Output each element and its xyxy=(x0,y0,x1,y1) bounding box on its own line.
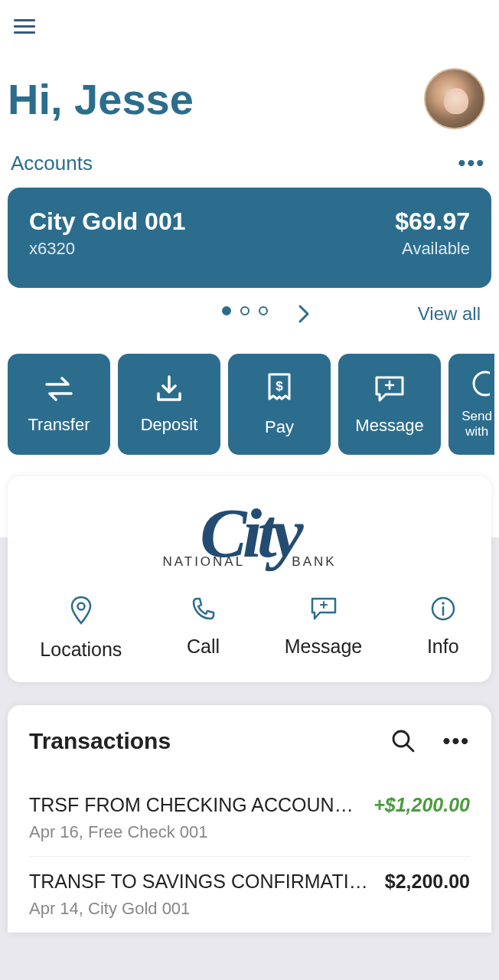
send-with-button[interactable]: Send with xyxy=(448,354,494,455)
transactions-more-icon[interactable]: ••• xyxy=(443,729,470,753)
pay-button[interactable]: $ Pay xyxy=(228,354,331,455)
deposit-button[interactable]: Deposit xyxy=(118,354,220,455)
avatar[interactable] xyxy=(424,68,485,129)
transaction-sub: Apr 16, Free Check 001 xyxy=(29,822,470,842)
pager-next-icon[interactable] xyxy=(297,303,312,325)
deposit-icon xyxy=(152,374,186,404)
transaction-desc: TRANSF TO SAVINGS CONFIRMATIO… xyxy=(29,871,373,893)
message-icon xyxy=(372,373,407,405)
account-masked-number: x6320 xyxy=(29,239,186,259)
pay-icon: $ xyxy=(265,371,294,407)
transfer-label: Transfer xyxy=(28,415,90,435)
deposit-label: Deposit xyxy=(141,415,198,435)
transaction-sub: Apr 14, City Gold 001 xyxy=(29,899,470,919)
locations-button[interactable]: Locations xyxy=(40,596,122,661)
svg-point-4 xyxy=(442,602,445,605)
transfer-icon xyxy=(42,374,76,404)
phone-icon xyxy=(191,596,217,622)
svg-text:$: $ xyxy=(276,379,283,394)
pager-dot-1[interactable] xyxy=(222,306,231,315)
pager-dot-3[interactable] xyxy=(259,306,268,315)
bank-logo: City NATIONAL BANK xyxy=(8,498,491,582)
transactions-card: Transactions ••• TRSF FROM CHECKING ACCO… xyxy=(8,705,491,933)
locations-label: Locations xyxy=(40,639,122,661)
accounts-more-icon[interactable]: ••• xyxy=(458,151,485,175)
svg-point-1 xyxy=(474,372,490,395)
greeting-text: Hi, Jesse xyxy=(8,74,194,124)
svg-point-2 xyxy=(77,603,84,610)
pay-label: Pay xyxy=(265,417,294,437)
bank-message-label: Message xyxy=(285,635,362,658)
account-card[interactable]: City Gold 001 x6320 $69.97 Available xyxy=(8,188,491,288)
call-label: Call xyxy=(187,635,220,658)
svg-point-5 xyxy=(393,731,409,746)
view-all-link[interactable]: View all xyxy=(418,303,481,325)
transfer-button[interactable]: Transfer xyxy=(8,354,110,455)
bank-card: City NATIONAL BANK Locations Call xyxy=(8,476,491,682)
transaction-item[interactable]: TRSF FROM CHECKING ACCOUNT 1… +$1,200.00… xyxy=(29,780,470,857)
account-name: City Gold 001 xyxy=(29,207,186,236)
send-with-label-2: with xyxy=(461,424,492,439)
send-with-icon xyxy=(467,369,490,398)
menu-icon[interactable] xyxy=(14,19,35,34)
account-available-label: Available xyxy=(395,239,470,259)
call-button[interactable]: Call xyxy=(187,596,220,661)
bank-logo-sub: NATIONAL BANK xyxy=(8,554,491,570)
chat-plus-icon xyxy=(309,596,338,622)
pager-dot-2[interactable] xyxy=(240,306,250,315)
search-icon[interactable] xyxy=(391,729,416,753)
action-row: Transfer Deposit $ Pay Message Send with xyxy=(0,331,499,455)
accounts-heading: Accounts xyxy=(11,152,93,175)
send-with-label-1: Send xyxy=(461,409,492,424)
bank-message-button[interactable]: Message xyxy=(285,596,362,661)
transaction-amount: $2,200.00 xyxy=(385,871,470,893)
info-icon xyxy=(430,596,456,622)
transaction-item[interactable]: TRANSF TO SAVINGS CONFIRMATIO… $2,200.00… xyxy=(29,857,470,933)
message-label: Message xyxy=(355,416,423,436)
transaction-desc: TRSF FROM CHECKING ACCOUNT 1… xyxy=(29,794,361,816)
transaction-amount: +$1,200.00 xyxy=(373,794,470,816)
transactions-title: Transactions xyxy=(29,728,171,754)
pager-dots[interactable] xyxy=(222,306,268,315)
info-label: Info xyxy=(427,635,459,658)
info-button[interactable]: Info xyxy=(427,596,459,661)
pin-icon xyxy=(70,596,93,625)
message-button[interactable]: Message xyxy=(338,354,441,455)
account-balance: $69.97 xyxy=(395,207,470,236)
